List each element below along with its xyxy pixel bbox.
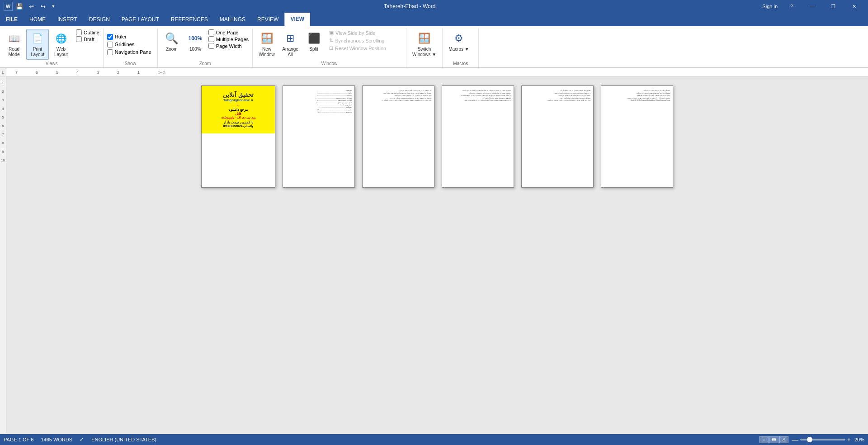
web-layout-icon: 🌐: [54, 31, 68, 46]
one-page-checkbox[interactable]: [208, 29, 214, 35]
tab-insert[interactable]: INSERT: [52, 13, 83, 26]
ruler-checkbox-row[interactable]: Ruler: [106, 33, 127, 40]
page-2: فهرست چکیده.............................…: [283, 85, 355, 188]
close-button[interactable]: ✕: [844, 0, 864, 13]
window-controls: ? — ❐ ✕: [781, 0, 864, 13]
ruler-mark-3: 3: [97, 70, 99, 75]
page-5-text: کلید واژه‌ها: پژوهش، تحقیق، بررسی، تحلیل…: [522, 86, 593, 106]
tab-home[interactable]: HOME: [24, 13, 52, 26]
outline-checkbox-row[interactable]: Outline: [75, 29, 100, 36]
document-title: Tahereh-Ebad - Word: [57, 3, 762, 9]
draft-label: Draft: [84, 37, 94, 42]
page-width-checkbox[interactable]: [208, 43, 214, 49]
word-icon: W: [4, 2, 13, 11]
page-width-label: Page Width: [216, 43, 242, 49]
ruler-mark-4: 4: [76, 70, 79, 75]
cover-content: تحقیق آنلاین Tahghighonline.ir ← مرجع دا…: [204, 90, 272, 130]
zoom-track[interactable]: [800, 439, 845, 440]
show-group: Ruler Gridlines Navigation Pane Show: [104, 28, 158, 67]
view-side-icon: ▣: [329, 30, 334, 36]
window-group-content: 🪟 NewWindow ⊞ ArrangeAll ⬛ Split ▣ View …: [255, 29, 403, 60]
view-side-label: View Side by Side: [335, 30, 375, 36]
split-button[interactable]: ⬛ Split: [302, 29, 325, 54]
reset-window-button[interactable]: ⊡ Reset Window Position: [326, 44, 389, 52]
tab-review[interactable]: REVIEW: [251, 13, 284, 26]
gridlines-checkbox[interactable]: [107, 42, 113, 47]
cover-price-label: با کمترین قیمت بازار: [206, 120, 270, 124]
outline-checkbox[interactable]: [76, 29, 82, 35]
cover-download-label: مرجع داملـود: [206, 108, 270, 112]
zoom-button[interactable]: 🔍 Zoom: [160, 29, 183, 54]
web-layout-label: WebLayout: [54, 47, 68, 57]
ruler-mark-5: 5: [56, 70, 58, 75]
qs-dropdown-button[interactable]: ▼: [50, 1, 57, 11]
v-ruler-1: 1: [2, 76, 4, 85]
zoom-level[interactable]: 20%: [854, 437, 864, 442]
zoom-group-label: Zoom: [160, 60, 250, 67]
undo-button[interactable]: ↩: [26, 1, 36, 11]
draft-checkbox[interactable]: [76, 36, 82, 42]
print-view-button[interactable]: 🖨: [779, 436, 788, 443]
gridlines-checkbox-row[interactable]: Gridlines: [106, 41, 135, 48]
nav-pane-checkbox-row[interactable]: Navigation Pane: [106, 49, 152, 56]
zoom-out-button[interactable]: —: [792, 436, 798, 443]
redo-button[interactable]: ↪: [38, 1, 48, 11]
zoom-label: Zoom: [166, 47, 178, 52]
reading-view-button[interactable]: 📖: [769, 436, 778, 443]
zoom-options: One Page Multiple Pages Page Width: [208, 29, 250, 49]
tab-view[interactable]: VIEW: [284, 13, 310, 26]
macros-button[interactable]: ⚙ Macros ▼: [445, 29, 472, 54]
minimize-button[interactable]: —: [802, 0, 823, 13]
spell-check-icon[interactable]: ✓: [80, 436, 84, 443]
page-3: این پژوهش به بررسی موضوع طاهره عبادی می‌…: [362, 85, 434, 188]
switch-windows-button[interactable]: 🪟 SwitchWindows ▼: [409, 29, 439, 60]
new-window-button[interactable]: 🪟 NewWindow: [255, 29, 278, 60]
tab-mailings[interactable]: MAILINGS: [214, 13, 251, 26]
show-group-content: Ruler Gridlines Navigation Pane: [106, 29, 155, 60]
page-width-checkbox-row[interactable]: Page Width: [208, 43, 250, 49]
cover-title: تحقیق آنلاین: [206, 91, 270, 98]
pages-row: تحقیق آنلاین Tahghighonline.ir ← مرجع دا…: [201, 85, 673, 424]
sign-in-button[interactable]: Sign in: [762, 4, 778, 9]
draft-checkbox-row[interactable]: Draft: [75, 36, 100, 43]
normal-view-button[interactable]: ≡: [760, 436, 769, 443]
restore-button[interactable]: ❐: [823, 0, 844, 13]
zoom-100-icon: 100%: [188, 31, 203, 46]
tab-file[interactable]: FILE: [0, 13, 24, 26]
ribbon-tabs: FILE HOME INSERT DESIGN PAGE LAYOUT REFE…: [0, 13, 868, 26]
page-3-text: این پژوهش به بررسی موضوع طاهره عبادی می‌…: [363, 86, 434, 106]
ruler-corner-marker[interactable]: L: [2, 70, 4, 75]
ruler-checkbox[interactable]: [107, 34, 113, 40]
web-layout-button[interactable]: 🌐 WebLayout: [50, 29, 72, 60]
print-layout-button[interactable]: 📄 PrintLayout: [26, 29, 49, 60]
cover-arrow-icon: ←: [206, 102, 270, 108]
tab-references[interactable]: REFERENCES: [165, 13, 214, 26]
views-group: 📖 ReadMode 📄 PrintLayout 🌐 WebLayout Out…: [0, 28, 104, 67]
save-qs-button[interactable]: 💾: [14, 1, 24, 11]
window-small-buttons: ▣ View Side by Side ⇅ Synchronous Scroll…: [326, 29, 389, 52]
language[interactable]: ENGLISH (UNITED STATES): [91, 437, 156, 442]
multi-pages-checkbox-row[interactable]: Multiple Pages: [208, 36, 250, 43]
zoom-thumb: [807, 437, 812, 442]
tab-design[interactable]: DESIGN: [83, 13, 116, 26]
multi-pages-checkbox[interactable]: [208, 36, 214, 42]
macros-label: Macros ▼: [448, 47, 469, 52]
nav-pane-checkbox[interactable]: [107, 49, 113, 55]
arrange-all-button[interactable]: ⊞ ArrangeAll: [279, 29, 302, 60]
one-page-checkbox-row[interactable]: One Page: [208, 29, 250, 36]
help-button[interactable]: ?: [781, 0, 802, 13]
tab-page-layout[interactable]: PAGE LAYOUT: [116, 13, 165, 26]
views-checkboxes: Outline Draft: [73, 29, 100, 43]
multi-pages-label: Multiple Pages: [216, 37, 249, 42]
document-content[interactable]: تحقیق آنلاین Tahghighonline.ir ← مرجع دا…: [6, 76, 868, 433]
zoom-in-button[interactable]: +: [847, 436, 851, 443]
gridlines-label: Gridlines: [115, 42, 134, 47]
view-side-by-side-button[interactable]: ▣ View Side by Side: [326, 29, 389, 37]
read-mode-button[interactable]: 📖 ReadMode: [3, 29, 25, 60]
page-2-text: فهرست چکیده.............................…: [283, 86, 354, 117]
show-group-label: Show: [106, 60, 155, 67]
zoom-100-button[interactable]: 100% 100%: [184, 29, 207, 54]
vertical-ruler: 1 2 3 4 5 6 7 8 9 10: [0, 76, 6, 433]
macros-group-label: Macros: [445, 60, 476, 67]
sync-scroll-button[interactable]: ⇅ Synchronous Scrolling: [326, 37, 389, 44]
